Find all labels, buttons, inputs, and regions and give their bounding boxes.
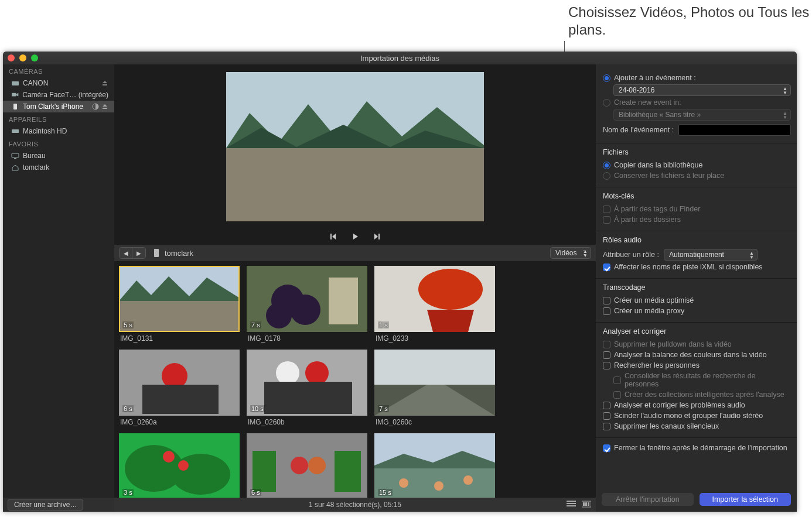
add-to-event-radio[interactable] [603,74,610,82]
selection-status: 1 sur 48 sélectionné(s), 05:15 [309,501,401,509]
clip-browser[interactable]: 5 sIMG_01317 sIMG_01781 sIMG_02336 sIMG_… [114,261,596,498]
svg-point-23 [276,361,299,385]
clip-thumbnail[interactable]: 5 s [119,266,240,332]
transport-controls [114,228,596,245]
clip-duration: 7 s [250,321,261,328]
hdd-icon [11,128,19,135]
nav-back-button[interactable]: ◀ [120,248,132,258]
clip-duration: 1 s [378,321,389,328]
callout-annotation: Choisissez Vidéos, Photos ou Tous les pl… [568,4,812,39]
clip-thumbnail[interactable]: 10 s [247,350,367,416]
library-dropdown: Bibliothèque « Sans titre » ▲▼ [613,109,791,121]
assign-role-label: Attribuer un rôle : [603,251,659,259]
next-clip-button[interactable] [373,232,382,241]
ixml-checkbox[interactable] [603,263,610,271]
split-audio-checkbox[interactable] [603,412,610,420]
fix-audio-checkbox[interactable] [603,402,610,409]
svg-rect-11 [119,301,240,332]
stop-import-button[interactable]: Arrêter l'importation [602,493,694,506]
minimize-window-button[interactable] [19,54,26,61]
clip-item[interactable]: 5 sIMG_0131 [119,266,240,343]
sidebar-item-canon[interactable]: CANON [3,77,114,89]
clip-item[interactable]: 7 sIMG_0260c [374,350,495,426]
analyze-balance-checkbox[interactable] [603,351,610,359]
svg-rect-2 [13,104,17,109]
media-filter-value: Vidéos [555,249,576,257]
sidebar-item-home[interactable]: tomclark [3,162,114,173]
find-people-checkbox[interactable] [603,362,610,369]
window-controls [8,54,38,61]
event-name-input[interactable] [678,124,791,136]
clip-thumbnail[interactable]: 7 s [374,350,495,416]
prev-clip-button[interactable] [328,232,337,241]
clip-name: IMG_0260c [374,416,495,426]
sidebar: CAMÉRAS CANON Caméra FaceT… (intégrée) T… [3,64,114,512]
close-after-label: Fermer la fenêtre après le démarrage de … [614,444,787,452]
clip-item[interactable]: 15 sIMG_0322 [374,433,495,498]
eject-icon[interactable] [101,80,108,87]
import-selection-button[interactable]: Importer la sélection [700,493,791,506]
clip-item[interactable]: 3 sIMG_0297 [119,433,240,498]
leave-in-place-radio[interactable] [603,172,610,180]
create-archive-button[interactable]: Créer une archive… [8,499,83,511]
create-new-event-label: Create new event in: [614,98,681,107]
svg-rect-39 [374,468,495,498]
clip-duration: 3 s [122,489,134,496]
svg-rect-26 [374,350,495,385]
iphone-icon [11,103,19,110]
sidebar-item-label: Caméra FaceT… (intégrée) [22,91,108,99]
close-window-button[interactable] [8,54,15,61]
svg-rect-25 [264,382,352,414]
close-after-checkbox[interactable] [603,444,610,452]
eject-icon[interactable] [101,103,108,110]
clip-item[interactable]: 1 sIMG_0233 [374,266,495,343]
assign-role-dropdown[interactable]: Automatiquement ▲▼ [664,249,758,261]
audio-roles-section-header: Rôles audio [603,236,791,244]
clip-item[interactable]: 6 sIMG_0260a [119,350,240,426]
proxy-media-checkbox[interactable] [603,307,610,315]
svg-point-35 [291,457,308,474]
sidebar-section-favorites: FAVORIS [3,137,114,150]
clip-thumbnail[interactable]: 6 s [119,350,240,416]
clip-thumbnail[interactable]: 15 s [374,433,495,498]
svg-point-31 [163,451,175,463]
sidebar-item-facetime-camera[interactable]: Caméra FaceT… (intégrée) [3,89,114,101]
svg-rect-46 [588,502,589,506]
svg-rect-1 [12,93,16,97]
list-view-button[interactable] [567,501,576,509]
sidebar-item-label: Macintosh HD [23,127,67,135]
path-location[interactable]: tomclark [165,249,193,258]
copy-to-library-radio[interactable] [603,162,610,169]
play-button[interactable] [350,232,360,241]
clip-item[interactable]: 7 sIMG_0178 [247,266,367,343]
optimized-media-checkbox[interactable] [603,297,610,304]
clip-thumbnail[interactable]: 3 s [119,433,240,498]
finder-tags-label: À partir des tags du Finder [614,205,700,213]
remove-silent-checkbox[interactable] [603,423,610,430]
clip-item[interactable]: 10 sIMG_0260b [247,350,367,426]
optimized-media-label: Créer un média optimisé [614,296,694,304]
sidebar-item-macintosh-hd[interactable]: Macintosh HD [3,125,114,137]
filmstrip-view-button[interactable] [582,501,591,509]
zoom-window-button[interactable] [31,54,38,61]
center-pane: ◀ ▶ tomclark Vidéos ▲▼ 5 sIMG_01317 sIMG… [114,64,596,512]
svg-point-36 [308,457,326,474]
sidebar-item-label: tomclark [23,163,49,172]
sidebar-item-iphone[interactable]: Tom Clark's iPhone [3,101,114,112]
clip-thumbnail[interactable]: 6 s [247,433,367,498]
nav-forward-button[interactable]: ▶ [132,248,145,258]
create-new-event-radio[interactable] [603,99,610,107]
clip-duration: 15 s [378,489,393,496]
clip-duration: 5 s [122,321,134,328]
from-folders-label: À partir des dossiers [614,215,681,224]
analyze-section-header: Analyser et corriger [603,327,791,335]
event-dropdown[interactable]: 24-08-2016 ▲▼ [613,84,791,96]
clip-duration: 10 s [250,405,265,412]
media-filter-dropdown[interactable]: Vidéos ▲▼ [550,247,591,259]
sidebar-item-desktop[interactable]: Bureau [3,150,114,162]
clip-thumbnail[interactable]: 7 s [247,266,367,332]
pathbar: ◀ ▶ tomclark Vidéos ▲▼ [114,245,596,261]
event-name-label: Nom de l'événement : [603,126,674,134]
clip-thumbnail[interactable]: 1 s [374,266,495,332]
clip-item[interactable]: 6 sIMG_0298 [247,433,367,498]
